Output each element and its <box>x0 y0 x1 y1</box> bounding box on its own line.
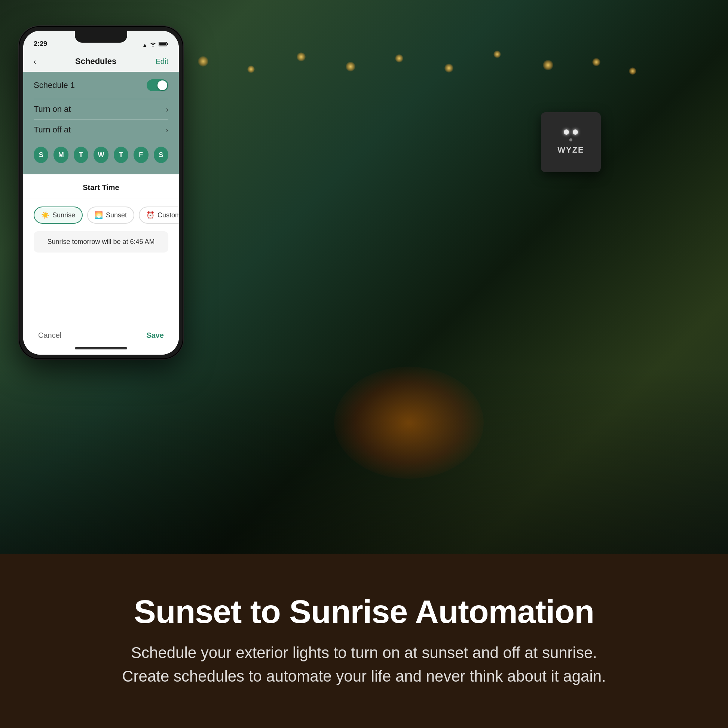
wyze-indicator-dot <box>569 138 572 141</box>
svg-rect-2 <box>159 43 166 46</box>
custom-option[interactable]: ⏰ Custom <box>139 206 179 224</box>
phone-screen: 2:29 ▲ ‹ Schedules Edit <box>23 31 179 355</box>
custom-label: Custom <box>158 211 179 219</box>
status-icons: ▲ <box>142 41 168 48</box>
phone-notch <box>75 31 127 43</box>
day-monday[interactable]: M <box>54 147 68 163</box>
bottom-text-section: Sunset to Sunrise Automation Schedule yo… <box>0 554 728 728</box>
schedule-row: Schedule 1 <box>34 79 168 91</box>
sunset-label: Sunset <box>106 211 127 219</box>
fire-glow <box>334 367 484 479</box>
custom-icon: ⏰ <box>146 211 154 219</box>
start-time-sheet: Start Time ☀️ Sunrise 🌅 Sunset ⏰ Custom <box>23 174 179 355</box>
day-friday[interactable]: F <box>133 147 148 163</box>
subtitle: Schedule your exterior lights to turn on… <box>122 641 606 688</box>
turn-on-label: Turn on at <box>34 104 71 114</box>
main-title: Sunset to Sunrise Automation <box>134 594 594 630</box>
day-sunday[interactable]: S <box>34 147 48 163</box>
phone-frame: 2:29 ▲ ‹ Schedules Edit <box>19 26 183 359</box>
subtitle-line2: Create schedules to automate your life a… <box>122 667 606 685</box>
sheet-title: Start Time <box>23 174 179 199</box>
cancel-button[interactable]: Cancel <box>38 331 61 340</box>
edit-button[interactable]: Edit <box>156 57 168 66</box>
schedule-toggle[interactable] <box>147 79 168 91</box>
day-thursday[interactable]: T <box>114 147 128 163</box>
save-button[interactable]: Save <box>146 331 164 340</box>
sunrise-icon: ☀️ <box>41 211 49 219</box>
subtitle-line1: Schedule your exterior lights to turn on… <box>131 644 597 661</box>
day-tuesday[interactable]: T <box>74 147 88 163</box>
time-type-selector: ☀️ Sunrise 🌅 Sunset ⏰ Custom <box>23 199 179 231</box>
home-indicator <box>75 347 127 349</box>
sunset-option[interactable]: 🌅 Sunset <box>87 206 134 224</box>
sunset-icon: 🌅 <box>95 211 103 219</box>
wyze-light-2 <box>573 130 578 135</box>
wyze-brand-logo: WYZE <box>557 145 584 155</box>
wifi-icon <box>150 41 156 48</box>
schedules-section: Schedule 1 Turn on at › Turn off at › S … <box>23 72 179 174</box>
day-saturday[interactable]: S <box>154 147 168 163</box>
sunrise-info-text: Sunrise tomorrow will be at 6:45 AM <box>47 238 154 245</box>
wyze-light-1 <box>564 130 569 135</box>
turn-off-row[interactable]: Turn off at › <box>34 119 168 140</box>
sunrise-label: Sunrise <box>52 211 75 219</box>
sunrise-info-box: Sunrise tomorrow will be at 6:45 AM <box>34 231 168 252</box>
turn-on-row[interactable]: Turn on at › <box>34 99 168 119</box>
status-time: 2:29 <box>34 40 47 48</box>
turn-off-label: Turn off at <box>34 125 71 135</box>
phone-mockup: 2:29 ▲ ‹ Schedules Edit <box>19 26 183 359</box>
days-of-week: S M T W T F S <box>34 140 168 167</box>
toggle-knob <box>158 80 167 90</box>
sunrise-option[interactable]: ☀️ Sunrise <box>34 206 83 224</box>
nav-title: Schedules <box>75 57 116 66</box>
wyze-outdoor-plug: WYZE <box>541 112 601 180</box>
wyze-status-lights <box>564 130 578 135</box>
svg-rect-1 <box>167 43 168 45</box>
day-wednesday[interactable]: W <box>93 147 108 163</box>
schedule-label: Schedule 1 <box>34 80 75 90</box>
back-button[interactable]: ‹ <box>34 57 36 66</box>
sheet-actions: Cancel Save <box>23 324 179 347</box>
turn-off-chevron: › <box>166 126 168 134</box>
signal-icon: ▲ <box>142 42 147 48</box>
turn-on-chevron: › <box>166 105 168 114</box>
battery-icon <box>159 41 168 48</box>
navigation-bar: ‹ Schedules Edit <box>23 51 179 72</box>
